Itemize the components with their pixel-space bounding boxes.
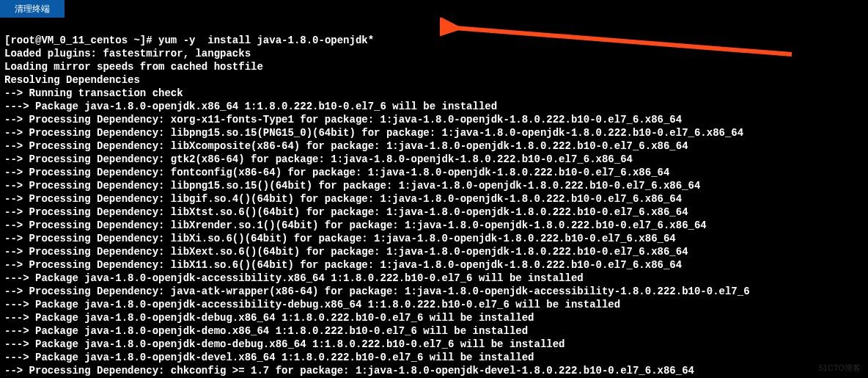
output-lines: Loaded plugins: fastestmirror, langpacks… xyxy=(4,47,864,378)
tab-bar: 清理终端 xyxy=(0,0,868,18)
typed-command: yum -y install java-1.8.0-openjdk* xyxy=(158,34,374,46)
tab-label: 清理终端 xyxy=(15,3,50,15)
shell-prompt: [root@VM_0_11_centos ~]# xyxy=(4,34,152,46)
tab-clear-terminal[interactable]: 清理终端 xyxy=(0,0,65,18)
watermark: 51CTO博客 xyxy=(819,363,861,374)
terminal-output[interactable]: [root@VM_0_11_centos ~]# yum -y install … xyxy=(0,18,868,378)
